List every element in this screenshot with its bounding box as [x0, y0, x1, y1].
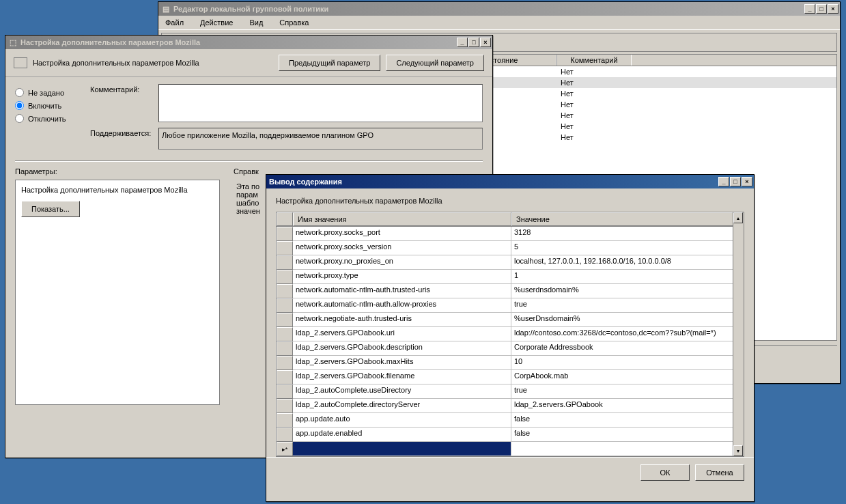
maximize-button[interactable]: □ [730, 177, 741, 186]
cell-value[interactable]: ldap_2.servers.GPOabook [511, 399, 738, 413]
grid-row[interactable]: ldap_2.servers.GPOabook.filenameCorpAboo… [277, 370, 744, 384]
params-box-text: Настройка дополнительных параметров Mozi… [21, 186, 214, 194]
comment-label: Комментарий: [90, 84, 158, 122]
menu-file[interactable]: Файл [161, 17, 188, 28]
cell-value[interactable]: %userdnsdomain% [511, 284, 738, 298]
row-header [277, 255, 293, 270]
cell-name[interactable]: ldap_2.servers.GPOabook.description [293, 341, 511, 356]
radio-enable[interactable] [15, 101, 24, 110]
grid-row[interactable]: network.proxy.no_proxies_onlocalhost, 12… [277, 255, 744, 270]
cell-name[interactable]: ldap_2.autoComplete.directoryServer [293, 399, 511, 413]
close-button[interactable]: × [480, 38, 491, 47]
grid-row[interactable]: app.update.autofalse [277, 413, 744, 428]
cancel-button[interactable]: Отмена [695, 464, 744, 481]
content-titlebar[interactable]: Вывод содержания _ □ × [266, 175, 754, 188]
gpedit-titlebar[interactable]: ▤ Редактор локальной групповой политики … [158, 2, 840, 16]
minimize-button[interactable]: _ [718, 177, 729, 186]
radio-notset[interactable] [15, 88, 24, 97]
cell-name[interactable]: ldap_2.autoComplete.useDirectory [293, 384, 511, 399]
help-label: Справк [234, 167, 259, 176]
cell-value[interactable]: ldap://contoso.com:3268/dc=contoso,dc=co… [511, 327, 738, 341]
cell-value[interactable] [511, 442, 738, 456]
row-comment: Нет [556, 132, 632, 142]
grid-col-name[interactable]: Имя значения [293, 212, 511, 226]
grid-row[interactable]: ldap_2.servers.GPOabook.descriptionCorpo… [277, 341, 744, 356]
scroll-up-button[interactable]: ▴ [733, 212, 743, 223]
cell-name[interactable]: network.proxy.no_proxies_on [293, 255, 511, 270]
grid-row[interactable]: network.proxy.socks_version5 [277, 241, 744, 255]
cell-name[interactable] [293, 442, 511, 456]
menu-action[interactable]: Действие [196, 17, 237, 28]
cell-value[interactable]: CorpAbook.mab [511, 370, 738, 384]
grid-scrollbar[interactable]: ▴ ▾ [733, 212, 744, 456]
grid-new-row[interactable]: ▸* [277, 442, 744, 456]
content-dialog: Вывод содержания _ □ × Настройка дополни… [266, 174, 755, 502]
menu-help[interactable]: Справка [275, 17, 313, 28]
cell-value[interactable]: true [511, 384, 738, 399]
grid-row[interactable]: app.update.enabledfalse [277, 428, 744, 442]
row-comment: Нет [556, 100, 632, 109]
cell-name[interactable]: network.negotiate-auth.trusted-uris [293, 313, 511, 327]
row-header [277, 298, 293, 313]
row-header [277, 313, 293, 327]
maximize-button[interactable]: □ [816, 4, 827, 14]
params-panel: Настройка дополнительных параметров Mozi… [15, 180, 220, 405]
grid-row[interactable]: network.negotiate-auth.trusted-uris%user… [277, 313, 744, 327]
col-comment-header[interactable]: Комментарий [556, 55, 632, 66]
cell-value[interactable]: true [511, 298, 738, 313]
cell-value[interactable]: 5 [511, 241, 738, 255]
grid-row[interactable]: network.proxy.type1 [277, 270, 744, 284]
gpedit-menubar: Файл Действие Вид Справка [158, 16, 840, 30]
values-grid[interactable]: Имя значения Значение network.proxy.sock… [276, 212, 744, 457]
cell-value[interactable]: 1 [511, 270, 738, 284]
comment-textarea[interactable] [158, 84, 483, 122]
minimize-button[interactable]: _ [804, 4, 815, 14]
grid-row[interactable]: ldap_2.autoComplete.directoryServerldap_… [277, 399, 744, 413]
grid-row[interactable]: ldap_2.servers.GPOabook.urildap://contos… [277, 327, 744, 341]
cell-name[interactable]: network.automatic-ntlm-auth.trusted-uris [293, 284, 511, 298]
row-header [277, 241, 293, 255]
cell-value[interactable]: 10 [511, 356, 738, 370]
scroll-down-button[interactable]: ▾ [733, 445, 743, 456]
grid-row[interactable]: ldap_2.servers.GPOabook.maxHits10 [277, 356, 744, 370]
cell-value[interactable]: %userDnsdomain% [511, 313, 738, 327]
cell-value[interactable]: false [511, 428, 738, 442]
row-comment: Нет [556, 122, 632, 131]
close-button[interactable]: × [828, 4, 838, 14]
cell-value[interactable]: localhost, 127.0.0.1, 192.168.0.0/16, 10… [511, 255, 738, 270]
row-comment: Нет [556, 78, 632, 87]
cell-value[interactable]: 3128 [511, 227, 738, 241]
row-header [277, 399, 293, 413]
cell-name[interactable]: network.proxy.socks_version [293, 241, 511, 255]
content-title: Вывод содержания [269, 178, 718, 186]
grid-row[interactable]: network.automatic-ntlm-auth.trusted-uris… [277, 284, 744, 298]
next-param-button[interactable]: Следующий параметр [386, 55, 484, 71]
cell-name[interactable]: network.proxy.type [293, 270, 511, 284]
content-subtitle: Настройка дополнительных параметров Mozi… [276, 197, 744, 205]
prev-param-button[interactable]: Предыдущий параметр [279, 55, 380, 71]
ok-button[interactable]: ОК [640, 464, 690, 481]
cell-name[interactable]: network.proxy.socks_port [293, 227, 511, 241]
cell-name[interactable]: ldap_2.servers.GPOabook.maxHits [293, 356, 511, 370]
close-button[interactable]: × [742, 177, 752, 186]
cell-name[interactable]: network.automatic-ntlm-auth.allow-proxie… [293, 298, 511, 313]
state-radio-group: Не задано Включить Отключить [15, 84, 83, 155]
cell-value[interactable]: Corporate Addressbook [511, 341, 738, 356]
minimize-button[interactable]: _ [457, 38, 468, 47]
show-button[interactable]: Показать... [21, 201, 80, 217]
cell-value[interactable]: false [511, 413, 738, 428]
grid-row[interactable]: ldap_2.autoComplete.useDirectorytrue [277, 384, 744, 399]
row-header [277, 413, 293, 428]
app-icon: ▤ [161, 4, 171, 14]
grid-row[interactable]: network.automatic-ntlm-auth.allow-proxie… [277, 298, 744, 313]
grid-row[interactable]: network.proxy.socks_port3128 [277, 227, 744, 241]
cell-name[interactable]: app.update.auto [293, 413, 511, 428]
cell-name[interactable]: ldap_2.servers.GPOabook.filename [293, 370, 511, 384]
grid-col-value[interactable]: Значение [511, 212, 738, 226]
policy-titlebar[interactable]: ⬚ Настройка дополнительных параметров Mo… [5, 36, 492, 49]
menu-view[interactable]: Вид [245, 17, 267, 28]
cell-name[interactable]: ldap_2.servers.GPOabook.uri [293, 327, 511, 341]
maximize-button[interactable]: □ [468, 38, 479, 47]
cell-name[interactable]: app.update.enabled [293, 428, 511, 442]
radio-disable[interactable] [15, 114, 24, 123]
